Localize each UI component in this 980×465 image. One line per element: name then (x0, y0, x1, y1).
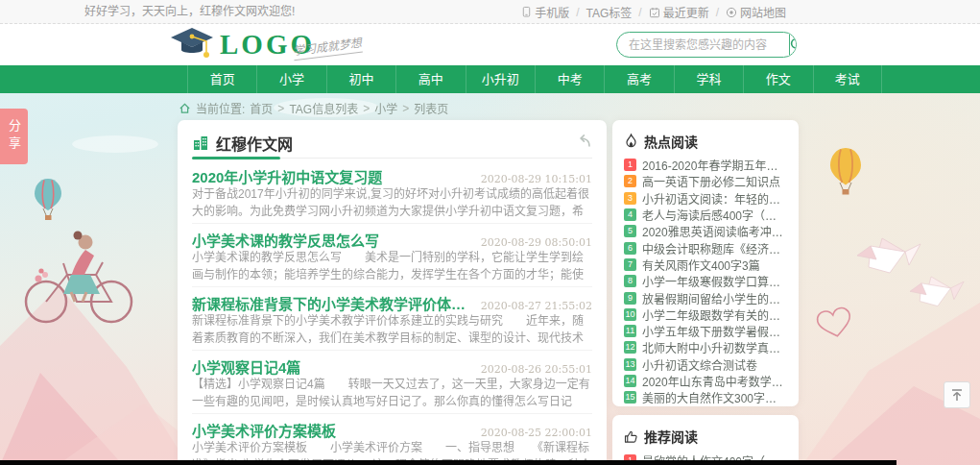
topbar-link-recent-updates[interactable]: 最近更新 (649, 4, 709, 20)
main-nav: 首页 小学 初中 高中 小升初 中考 高考 学科 作文 考试 (0, 65, 980, 93)
recommended-reading-header: 推荐阅读 (624, 426, 787, 447)
nav-item-primary-school[interactable]: 小学 (256, 65, 325, 93)
nav-item-composition[interactable]: 作文 (743, 65, 812, 93)
hot-list-item[interactable]: 3小升初语文阅读：年轻的国旗 (624, 190, 787, 207)
rank-badge: 8 (624, 275, 636, 287)
rank-badge: 1 (624, 159, 636, 171)
nav-item-zhongkao[interactable]: 中考 (535, 65, 604, 93)
article-title-link[interactable]: 小学美术课的教学反思怎么写 (192, 230, 471, 250)
phone-icon (521, 6, 532, 18)
article-title-link[interactable]: 新课程标准背景下的小学美术教学评价体系建立的实践与研究 (192, 293, 471, 313)
rank-badge: 7 (624, 258, 636, 271)
hot-item-label: 北师大附中小升初数学真题汇编 (642, 339, 787, 355)
welcome-text: 好好学习，天天向上，红穆作文网欢迎您! (84, 0, 295, 24)
hot-reading-header: 热点阅读 (624, 131, 787, 152)
hot-item-label: 小学一年级寒假数学口算练习题三篇 (642, 273, 787, 289)
article-list-header: 红穆作文网 (192, 130, 592, 157)
page-title: 红穆作文网 (216, 132, 293, 155)
graduation-cap-icon (171, 27, 215, 62)
hot-air-balloon-right-decoration (830, 148, 861, 195)
rank-badge: 12 (624, 341, 636, 354)
hot-list-item[interactable]: 15美丽的大自然作文300字（精选3篇） (624, 389, 787, 405)
article-excerpt: 新课程标准背景下的小学美术教学评价体系建立的实践与研究 近年来，随着素质教育的不… (192, 312, 592, 347)
nav-item-subjects[interactable]: 学科 (674, 65, 743, 93)
article-date: 2020-08-29 08:50:01 (481, 236, 592, 249)
hot-list-item[interactable]: 13小升初语文综合测试卷 (624, 356, 787, 373)
recommended-reading-title: 推荐阅读 (644, 427, 698, 446)
rank-badge: 3 (624, 192, 636, 205)
hot-reading-card: 热点阅读 12016-2020年春学期五年级语文下期末模拟 2高一英语下册必修二… (612, 120, 799, 406)
hot-item-label: 高一英语下册必修二知识点 (642, 173, 780, 189)
article-excerpt: 【精选】小学观察日记4篇 转眼一天又过去了，这一天里，大家身边一定有一些有趣的见… (192, 376, 592, 410)
back-button[interactable] (575, 134, 592, 152)
nav-item-gaokao[interactable]: 高考 (604, 65, 673, 93)
breadcrumb-link-primary-school[interactable]: 小学 (374, 100, 397, 116)
hot-item-label: 小学二年级跟数学有关的日记 (642, 306, 787, 323)
article-title-link[interactable]: 小学观察日记4篇 (192, 356, 471, 377)
hot-air-balloon-left-decoration (35, 179, 61, 220)
hot-item-label: 2020年山东青岛中考数学真题（已公布） (642, 373, 787, 389)
topbar-link-label: 最近更新 (663, 4, 709, 20)
nav-item-junior-high[interactable]: 初中 (326, 65, 395, 93)
nav-item-primary-to-junior[interactable]: 小升初 (466, 65, 535, 93)
hot-list-item[interactable]: 9放暑假期间留给小学生的三年级英语作文范文 (624, 289, 787, 306)
site-header: LOGO 学习成就梦想 (0, 24, 980, 65)
separator: / (576, 6, 579, 19)
topbar-link-tags[interactable]: TAG标签 (586, 4, 633, 20)
article-date: 2020-08-25 22:00:01 (481, 427, 592, 439)
hot-list-item[interactable]: 7有关风雨作文400字3篇 (624, 257, 787, 273)
hot-reading-title: 热点阅读 (644, 132, 698, 151)
topbar-link-sitemap[interactable]: 网站地图 (726, 4, 786, 20)
divider (192, 157, 592, 159)
breadcrumb-link-tag-list[interactable]: TAG信息列表 (289, 100, 358, 116)
nav-item-exams[interactable]: 考试 (813, 65, 882, 93)
hot-list-item[interactable]: 10小学二年级跟数学有关的日记 (624, 306, 787, 323)
article-item: 小学观察日记4篇2020-08-26 20:55:01 【精选】小学观察日记4篇… (192, 351, 592, 414)
separator: > (363, 102, 370, 115)
hot-list-item[interactable]: 142020年山东青岛中考数学真题（已公布） (624, 373, 787, 389)
hot-list-item[interactable]: 52020雅思英语阅读临考冲刺试题附答案 (624, 223, 787, 239)
hot-list-item[interactable]: 6中级会计职称题库《经济法》检测题 (624, 239, 787, 256)
back-to-top-icon (950, 388, 964, 402)
article-title-link[interactable]: 小学美术评价方案模板 (192, 420, 471, 440)
topbar-links: 手机版 / TAG标签 / 最近更新 / 网站地图 (521, 0, 786, 24)
breadcrumb-link-home[interactable]: 首页 (250, 100, 273, 116)
home-icon (179, 102, 191, 114)
article-item: 新课程标准背景下的小学美术教学评价体系建立的实践与研究2020-08-27 21… (192, 287, 592, 351)
nav-item-home[interactable]: 首页 (187, 65, 256, 93)
rank-badge: 13 (624, 358, 636, 371)
breadcrumb-current-page: 列表页 (414, 100, 448, 116)
origami-cranes-decoration (857, 238, 964, 306)
hot-item-label: 小升初语文综合测试卷 (642, 356, 757, 373)
article-item: 2020年小学升初中语文复习题2020-08-29 10:15:01 对于备战2… (192, 160, 592, 224)
topbar-link-mobile[interactable]: 手机版 (521, 4, 569, 20)
search-input[interactable] (617, 33, 789, 57)
hot-list-item[interactable]: 12北师大附中小升初数学真题汇编 (624, 339, 787, 355)
hot-list-item[interactable]: 11小学五年级下册数学暑假作业答案【20-61 (624, 323, 787, 339)
breadcrumb: 当前位置: 首页 > TAG信息列表 > 小学 > 列表页 (179, 100, 448, 116)
separator: / (716, 6, 719, 19)
rank-badge: 2 (624, 175, 636, 187)
hot-list-item[interactable]: 2高一英语下册必修二知识点 (624, 173, 787, 189)
hot-list-item[interactable]: 12016-2020年春学期五年级语文下期末模拟 (624, 157, 787, 173)
article-date: 2020-08-26 20:55:01 (481, 363, 592, 376)
building-icon (192, 135, 209, 152)
share-button[interactable]: 分享 (0, 109, 28, 164)
hot-item-label: 老人与海读后感400字（精选3篇） (642, 207, 787, 223)
search-icon (790, 37, 797, 52)
nav-item-senior-high[interactable]: 高中 (395, 65, 465, 93)
cyclist-illustration (26, 232, 131, 323)
hot-list-item[interactable]: 8小学一年级寒假数学口算练习题三篇 (624, 273, 787, 289)
sitemap-icon (726, 7, 737, 18)
article-list-card: 红穆作文网 2020年小学升初中语文复习题2020-08-29 10:15:01… (178, 120, 607, 465)
topbar-link-label: TAG标签 (586, 4, 633, 20)
back-to-top-button[interactable] (944, 381, 970, 408)
search-button[interactable] (789, 33, 797, 57)
hot-list-item[interactable]: 4老人与海读后感400字（精选3篇） (624, 207, 787, 223)
heart-decoration (816, 306, 853, 339)
topbar-link-label: 手机版 (535, 4, 569, 20)
hot-item-label: 放暑假期间留给小学生的三年级英语作文范文 (642, 290, 787, 306)
article-item: 小学美术课的教学反思怎么写2020-08-29 08:50:01 小学美术课的教… (192, 224, 592, 287)
rank-badge: 11 (624, 325, 636, 337)
article-title-link[interactable]: 2020年小学升初中语文复习题 (192, 166, 471, 186)
